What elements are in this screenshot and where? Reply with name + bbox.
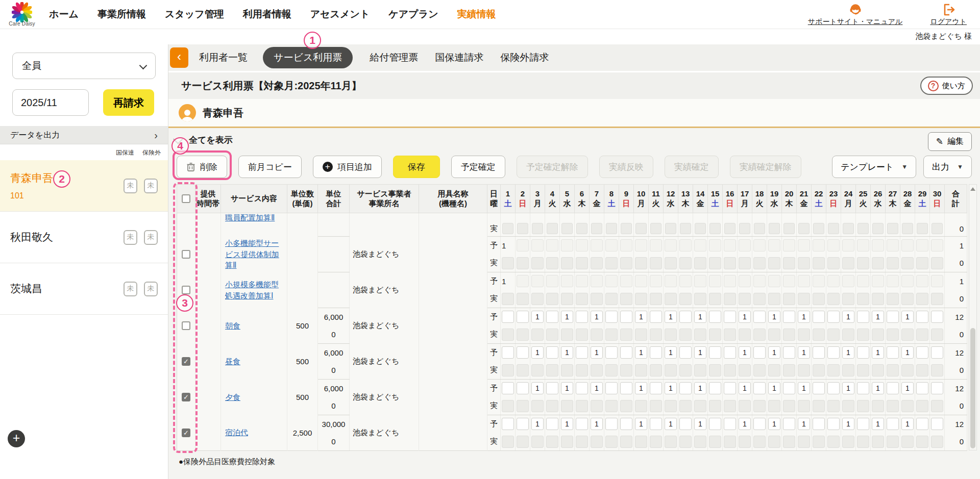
tab-利用者一覧[interactable]: 利用者一覧 xyxy=(199,51,248,64)
plan-day-input[interactable]: 1 xyxy=(768,382,780,394)
prev-month-copy-button[interactable]: 前月コピー xyxy=(238,156,302,178)
plan-day-input[interactable] xyxy=(620,418,632,430)
row-checkbox[interactable]: ✓ xyxy=(182,357,190,366)
service-link[interactable]: 小規模多機能型処遇改善加算Ⅰ xyxy=(225,280,279,300)
plan-day-input[interactable]: 1 xyxy=(531,311,544,323)
plan-day-input[interactable]: 1 xyxy=(739,382,751,394)
month-input[interactable] xyxy=(12,89,89,116)
plan-day-input[interactable]: 1 xyxy=(591,311,603,323)
plan-day-input[interactable] xyxy=(887,346,899,359)
plan-day-input[interactable]: 1 xyxy=(768,346,780,359)
plan-day-input[interactable] xyxy=(783,311,795,323)
plan-day-input[interactable]: 1 xyxy=(872,311,884,323)
plan-day-input[interactable] xyxy=(916,418,928,430)
plan-day-input[interactable] xyxy=(546,311,558,323)
plan-day-input[interactable] xyxy=(576,311,588,323)
plan-day-input[interactable]: 1 xyxy=(739,418,751,430)
plan-day-input[interactable] xyxy=(753,346,766,359)
plan-day-input[interactable] xyxy=(827,346,840,359)
plan-day-input[interactable] xyxy=(783,346,795,359)
nav-item-事業所情報[interactable]: 事業所情報 xyxy=(97,8,146,21)
nav-item-ケアプラン[interactable]: ケアプラン xyxy=(388,8,438,21)
user-item[interactable]: 茨城昌未未 xyxy=(0,263,168,315)
table-scrollbar[interactable] xyxy=(969,184,977,450)
plan-day-input[interactable]: 1 xyxy=(842,382,854,394)
plan-day-input[interactable] xyxy=(827,418,840,430)
plan-day-input[interactable]: 1 xyxy=(531,346,544,359)
plan-day-input[interactable] xyxy=(931,311,943,323)
plan-day-input[interactable] xyxy=(576,418,588,430)
plan-day-input[interactable] xyxy=(502,382,514,394)
plan-day-input[interactable]: 1 xyxy=(531,382,544,394)
plan-day-input[interactable] xyxy=(724,418,736,430)
plan-day-input[interactable] xyxy=(916,382,928,394)
plan-day-input[interactable] xyxy=(827,382,840,394)
plan-day-input[interactable]: 1 xyxy=(901,311,914,323)
plan-day-input[interactable]: 1 xyxy=(635,418,647,430)
service-link[interactable]: 小多機能型サービス提供体制加算Ⅱ xyxy=(225,239,279,270)
plan-day-input[interactable] xyxy=(916,311,928,323)
save-button[interactable]: 保存 xyxy=(393,156,440,178)
tab-国保連請求[interactable]: 国保連請求 xyxy=(435,51,483,64)
plan-day-input[interactable] xyxy=(887,418,899,430)
nav-item-利用者情報[interactable]: 利用者情報 xyxy=(243,8,291,21)
plan-day-input[interactable]: 1 xyxy=(561,346,573,359)
plan-day-input[interactable] xyxy=(753,311,766,323)
plan-day-input[interactable] xyxy=(605,418,618,430)
plan-day-input[interactable]: 1 xyxy=(872,382,884,394)
plan-day-input[interactable]: 1 xyxy=(694,418,706,430)
plan-day-input[interactable] xyxy=(724,311,736,323)
edit-button[interactable]: ✎ 編集 xyxy=(928,132,972,151)
plan-day-input[interactable]: 1 xyxy=(842,311,854,323)
plan-day-input[interactable] xyxy=(502,311,514,323)
plan-day-input[interactable]: 1 xyxy=(798,346,810,359)
service-link[interactable]: 宿泊代 xyxy=(225,428,248,437)
plan-day-input[interactable] xyxy=(576,346,588,359)
plan-day-input[interactable]: 1 xyxy=(694,346,706,359)
plan-day-input[interactable] xyxy=(650,382,662,394)
plan-day-input[interactable] xyxy=(887,382,899,394)
plan-day-input[interactable] xyxy=(931,346,943,359)
plan-day-input[interactable] xyxy=(709,418,721,430)
rebill-button[interactable]: 再請求 xyxy=(103,89,154,116)
nav-item-ホーム[interactable]: ホーム xyxy=(49,8,79,21)
plan-day-input[interactable] xyxy=(916,346,928,359)
plan-day-input[interactable] xyxy=(546,382,558,394)
scope-select[interactable]: 全員 xyxy=(12,53,156,79)
plan-day-input[interactable] xyxy=(679,382,692,394)
plan-day-input[interactable] xyxy=(813,382,825,394)
plan-day-input[interactable] xyxy=(709,311,721,323)
service-link[interactable]: 朝食 xyxy=(225,321,240,330)
plan-day-input[interactable] xyxy=(724,382,736,394)
row-checkbox[interactable]: ✓ xyxy=(182,393,190,401)
plan-day-input[interactable] xyxy=(827,311,840,323)
plan-day-input[interactable]: 1 xyxy=(665,382,677,394)
plan-day-input[interactable] xyxy=(857,346,869,359)
back-button[interactable]: ‹ xyxy=(170,47,188,68)
plan-day-input[interactable] xyxy=(517,418,529,430)
plan-day-input[interactable] xyxy=(650,418,662,430)
nav-item-スタッフ管理[interactable]: スタッフ管理 xyxy=(165,8,224,21)
plan-day-input[interactable] xyxy=(753,418,766,430)
plan-day-input[interactable]: 1 xyxy=(665,346,677,359)
plan-day-input[interactable] xyxy=(857,418,869,430)
plan-day-input[interactable]: 1 xyxy=(842,418,854,430)
plan-day-input[interactable] xyxy=(887,311,899,323)
plan-day-input[interactable]: 1 xyxy=(901,418,914,430)
select-all-checkbox[interactable] xyxy=(182,194,190,203)
plan-day-input[interactable] xyxy=(857,382,869,394)
plan-day-input[interactable] xyxy=(502,346,514,359)
plan-day-input[interactable] xyxy=(931,382,943,394)
plan-day-input[interactable] xyxy=(620,311,632,323)
plan-day-input[interactable]: 1 xyxy=(665,418,677,430)
plan-confirm-button[interactable]: 予定確定 xyxy=(451,156,505,178)
plan-day-input[interactable] xyxy=(709,346,721,359)
plan-day-input[interactable] xyxy=(605,311,618,323)
tab-給付管理票[interactable]: 給付管理票 xyxy=(370,51,418,64)
plan-day-input[interactable] xyxy=(605,382,618,394)
row-checkbox[interactable] xyxy=(182,321,190,330)
plan-day-input[interactable]: 1 xyxy=(591,418,603,430)
plan-day-input[interactable]: 1 xyxy=(694,382,706,394)
nav-item-実績情報[interactable]: 実績情報 xyxy=(457,8,496,21)
plan-day-input[interactable]: 1 xyxy=(694,311,706,323)
